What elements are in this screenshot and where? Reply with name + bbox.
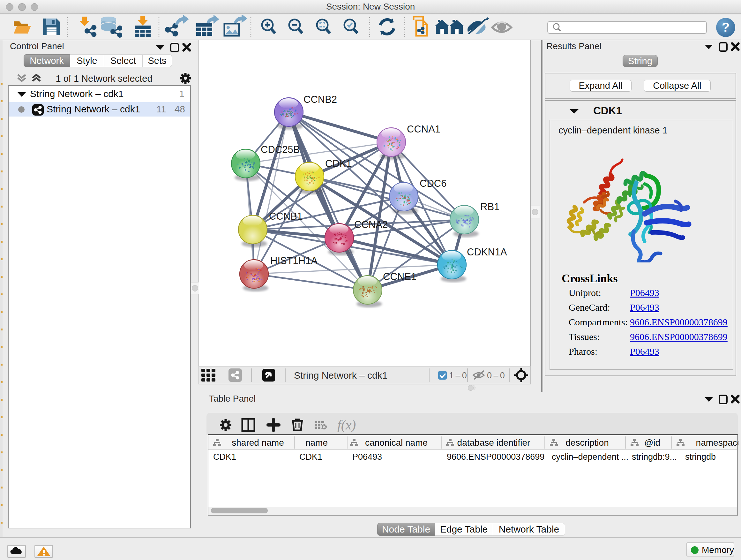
svg-text:database identifier: database identifier [457,438,530,448]
svg-text:name: name [306,438,328,448]
svg-text:String Network – cdk1: String Network – cdk1 [294,370,387,381]
svg-text:CDC25B: CDC25B [261,144,300,155]
svg-text:RB1: RB1 [480,201,499,212]
svg-text:@id: @id [644,438,660,448]
svg-text:1 – 0: 1 – 0 [449,371,467,380]
svg-text:HIST1H1A: HIST1H1A [270,255,318,266]
svg-text:CCNB2: CCNB2 [304,94,337,105]
svg-text:CDKN1A: CDKN1A [467,246,507,258]
svg-text:CCNA1: CCNA1 [407,124,441,135]
svg-text:CCNB1: CCNB1 [269,211,302,222]
svg-text:canonical name: canonical name [365,438,428,448]
svg-text:shared name: shared name [232,438,284,448]
svg-text:CDC6: CDC6 [420,178,447,189]
svg-text:CCNA2: CCNA2 [354,219,388,230]
svg-text:CCNE1: CCNE1 [383,271,416,282]
svg-text:0 – 0: 0 – 0 [487,371,505,380]
svg-text:CDK1: CDK1 [325,158,352,169]
svg-text:namespace: namespace [696,438,738,448]
svg-text:f(x): f(x) [337,418,356,433]
svg-text:description: description [565,438,609,448]
